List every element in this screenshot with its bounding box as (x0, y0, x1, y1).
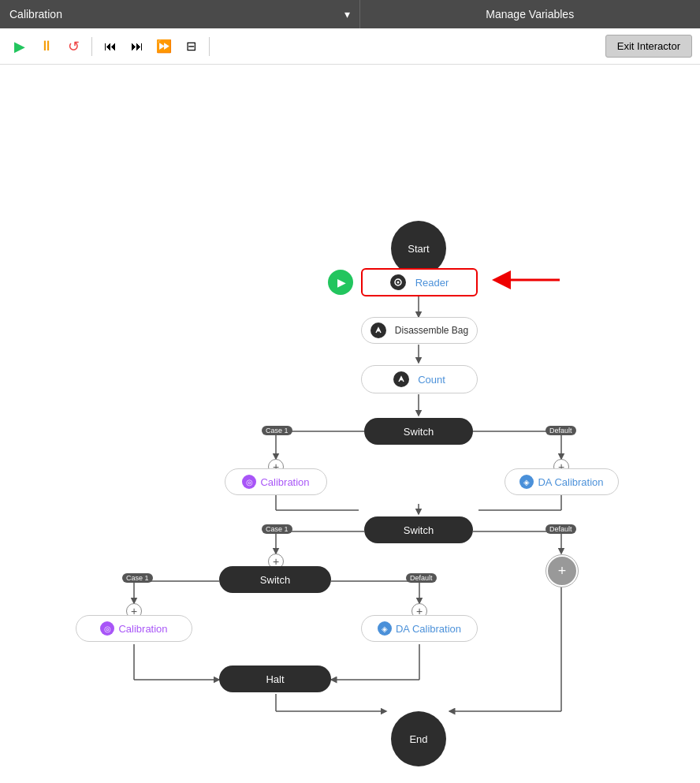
halt-node[interactable]: Halt (219, 666, 331, 692)
red-arrow (489, 268, 568, 292)
default-badge-1: Default (545, 426, 576, 435)
header: Calibration ▾ Manage Variables (0, 0, 700, 28)
da-calibration1-node[interactable]: ◈ DA Calibration (505, 468, 619, 495)
default-badge-3: Default (406, 573, 437, 583)
end-node[interactable]: End (391, 711, 446, 766)
disassemble-bag-node[interactable]: Disassemble Bag (361, 317, 478, 344)
calibration1-icon: ◎ (242, 475, 256, 489)
count-icon (393, 371, 409, 387)
case1-badge-1: Case 1 (262, 426, 292, 435)
da-calibration2-node[interactable]: ◈ DA Calibration (361, 615, 478, 642)
calibration1-node[interactable]: ◎ Calibration (225, 468, 327, 495)
pause-button[interactable]: ⏸ (35, 35, 58, 58)
exit-interactor-button[interactable]: Exit Interactor (605, 35, 692, 58)
switch1-node[interactable]: Switch (364, 418, 473, 445)
calibration2-node[interactable]: ◎ Calibration (76, 615, 192, 642)
disassemble-icon (370, 323, 386, 338)
reader-node[interactable]: Reader (361, 268, 478, 296)
fast-back-button[interactable]: ⏭ (125, 35, 149, 58)
svg-point-32 (397, 282, 399, 284)
canvas: Start ▶ Reader Disassemble Bag (0, 65, 700, 783)
case1-badge-2: Case 1 (262, 524, 292, 534)
count-node[interactable]: Count (361, 365, 478, 393)
flow-lines (0, 65, 700, 783)
default-badge-2: Default (545, 524, 576, 534)
export-button[interactable]: ⊟ (179, 35, 203, 58)
reader-icon (390, 274, 406, 290)
manage-variables-btn[interactable]: Manage Variables (359, 0, 701, 28)
da-calibration2-right: + (545, 554, 579, 587)
case1-badge-3: Case 1 (122, 573, 153, 583)
plus-btn-dark[interactable]: + (548, 557, 576, 585)
play-button[interactable]: ▶ (8, 35, 32, 58)
toolbar: ▶ ⏸ ↺ ⏮ ⏭ ⏩ ⊟ Exit Interactor (0, 28, 700, 65)
step-fwd-button[interactable]: ⏩ (152, 35, 176, 58)
play-indicator: ▶ (328, 270, 353, 295)
dropdown-icon: ▾ (344, 8, 350, 21)
divider2 (209, 37, 210, 56)
step-back-button[interactable]: ⏮ (99, 35, 122, 58)
svg-point-34 (400, 378, 403, 381)
calibration-title: Calibration (9, 8, 62, 21)
divider1 (91, 37, 92, 56)
switch3-node[interactable]: Switch (219, 566, 331, 593)
da-calibration1-icon: ◈ (519, 475, 534, 489)
switch2-node[interactable]: Switch (364, 516, 473, 543)
svg-point-33 (377, 330, 379, 332)
header-left: Calibration ▾ (0, 0, 359, 28)
calibration2-icon: ◎ (100, 621, 114, 636)
da-calibration2-icon: ◈ (378, 621, 392, 636)
refresh-button[interactable]: ↺ (61, 35, 85, 58)
